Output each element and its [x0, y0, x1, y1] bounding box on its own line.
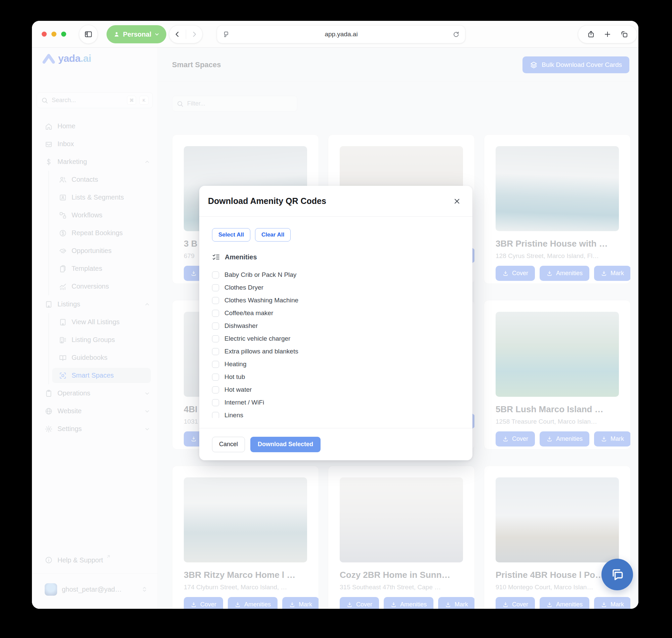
amenity-option[interactable]: Coffee/tea maker	[212, 307, 460, 319]
modal-title: Download Amenity QR Codes	[208, 196, 453, 206]
amenity-option[interactable]: Baby Crib or Pack N Play	[212, 268, 460, 281]
select-all-button[interactable]: Select All	[212, 228, 250, 241]
chat-button[interactable]	[602, 559, 633, 590]
amenity-option[interactable]: Clothes Dryer	[212, 281, 460, 294]
amenity-option[interactable]: Dishwasher	[212, 319, 460, 332]
address-bar[interactable]: app.yada.ai	[217, 25, 465, 43]
share-button[interactable]	[587, 30, 595, 38]
browser-window: Personal app.ya	[32, 21, 638, 609]
checkbox[interactable]	[212, 284, 219, 291]
sidebar-toggle-icon	[84, 30, 93, 39]
sidebar-toggle-button[interactable]	[79, 25, 98, 44]
amenity-label: Extra pillows and blankets	[224, 348, 298, 355]
checkbox[interactable]	[212, 297, 219, 304]
amenity-label: Linens	[224, 412, 243, 418]
profile-button[interactable]: Personal	[106, 25, 166, 43]
checkbox[interactable]	[212, 271, 219, 279]
checkbox[interactable]	[212, 310, 219, 317]
page-format-icon[interactable]	[222, 31, 230, 38]
toolbar-actions	[578, 25, 637, 43]
selection-actions: Select All Clear All	[212, 228, 460, 241]
person-icon	[113, 31, 120, 38]
amenity-label: Internet / WiFi	[224, 399, 264, 406]
checkbox[interactable]	[212, 348, 219, 355]
modal-header: Download Amenity QR Codes	[199, 186, 472, 217]
amenities-list: Baby Crib or Pack N Play Clothes Dryer C…	[212, 268, 460, 418]
list-checks-icon	[212, 253, 220, 261]
chat-bubbles-icon	[610, 567, 625, 582]
close-window-button[interactable]	[42, 32, 47, 37]
checkbox[interactable]	[212, 374, 219, 381]
minimize-window-button[interactable]	[51, 32, 56, 37]
amenity-label: Coffee/tea maker	[224, 309, 273, 317]
amenity-label: Hot water	[224, 386, 252, 393]
amenities-section-header: Amenities	[212, 253, 460, 261]
history-navigation	[169, 25, 203, 43]
url-text: app.yada.ai	[230, 31, 453, 38]
amenity-option[interactable]: Hot tub	[212, 371, 460, 383]
download-amenity-qr-modal: Download Amenity QR Codes Select All Cle…	[199, 186, 472, 460]
amenity-option[interactable]: Linens	[212, 409, 460, 418]
download-selected-button[interactable]: Download Selected	[250, 437, 321, 452]
amenity-label: Dishwasher	[224, 322, 258, 330]
modal-body: Select All Clear All Amenities Baby Crib…	[199, 217, 472, 418]
new-tab-button[interactable]	[603, 30, 611, 38]
amenities-section-label: Amenities	[225, 253, 257, 261]
checkbox[interactable]	[212, 399, 219, 406]
amenity-option[interactable]: Clothes Washing Machine	[212, 294, 460, 307]
modal-footer: Cancel Download Selected	[199, 428, 472, 460]
checkbox[interactable]	[212, 361, 219, 368]
close-icon[interactable]	[453, 197, 461, 205]
forward-button[interactable]	[186, 31, 203, 38]
checkbox[interactable]	[212, 386, 219, 393]
checkbox[interactable]	[212, 335, 219, 342]
cancel-button[interactable]: Cancel	[212, 437, 245, 452]
traffic-lights	[42, 32, 66, 37]
amenity-option[interactable]: Hot water	[212, 383, 460, 396]
amenity-option[interactable]: Heating	[212, 358, 460, 371]
checkbox[interactable]	[212, 412, 219, 418]
amenity-label: Clothes Washing Machine	[224, 297, 298, 304]
chevron-down-icon	[154, 32, 159, 37]
back-button[interactable]	[169, 31, 186, 38]
amenity-label: Clothes Dryer	[224, 284, 264, 291]
reload-button[interactable]	[453, 31, 460, 38]
browser-toolbar: Personal app.ya	[32, 21, 638, 48]
amenity-label: Baby Crib or Pack N Play	[224, 271, 296, 279]
amenity-label: Electric vehicle charger	[224, 335, 290, 342]
desktop-background: Personal app.ya	[0, 0, 672, 638]
amenity-option[interactable]: Internet / WiFi	[212, 396, 460, 409]
checkbox[interactable]	[212, 322, 219, 330]
amenity-label: Heating	[224, 360, 247, 368]
amenity-option[interactable]: Electric vehicle charger	[212, 332, 460, 345]
amenity-label: Hot tub	[224, 373, 245, 381]
profile-label: Personal	[123, 31, 151, 38]
clear-all-button[interactable]: Clear All	[255, 228, 291, 241]
zoom-window-button[interactable]	[61, 32, 66, 37]
amenity-option[interactable]: Extra pillows and blankets	[212, 345, 460, 358]
tab-overview-button[interactable]	[620, 30, 628, 38]
